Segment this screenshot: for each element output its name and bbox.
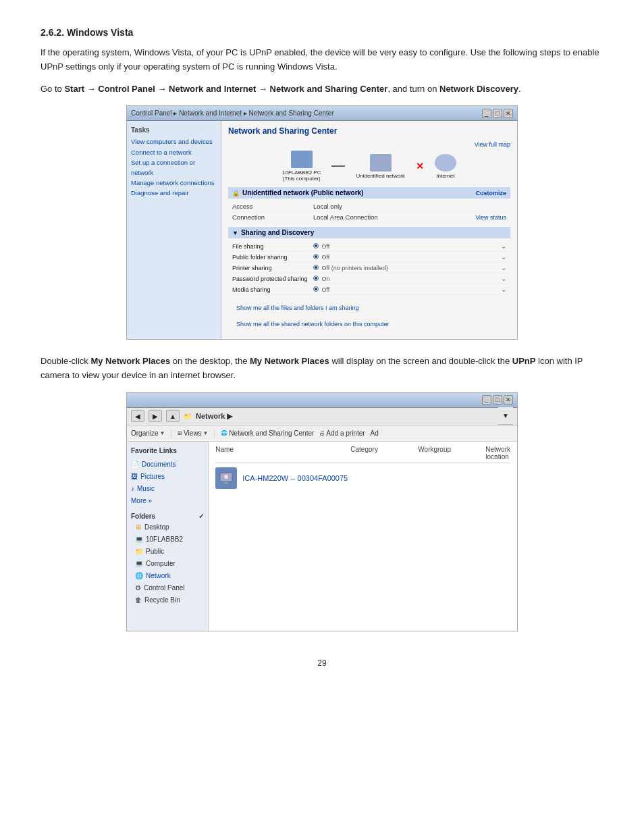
nsc-media-value: Off (313, 286, 501, 293)
net-close-btn[interactable]: ✕ (504, 395, 513, 405)
net-device-icon (215, 467, 237, 489)
svg-rect-2 (224, 482, 228, 484)
nsc-titlebar: Control Panel ▸ Network and Internet ▸ N… (127, 106, 517, 121)
net-path-text: Network ▶ (196, 412, 232, 421)
net-fav-pictures[interactable]: 🖼 Pictures (131, 471, 204, 483)
network-internet-label: Network and Internet (169, 84, 256, 94)
net-10fla-icon: 💻 (135, 533, 143, 546)
nsc-customize-link[interactable]: Customize (475, 190, 506, 197)
nsc-printer-radio (313, 265, 319, 270)
nsc-network-section-header: 🔒 Unidentified network (Public network) … (228, 187, 510, 199)
nsc-close-btn[interactable]: ✕ (504, 109, 513, 118)
nsc-sharing-section-header[interactable]: ▼ Sharing and Discovery (228, 227, 510, 238)
net-organize-btn[interactable]: Organize ▼ (131, 429, 165, 437)
net-folder-recycle-bin[interactable]: 🗑 Recycle Bin (131, 594, 204, 606)
nsc-internet-node: Internet (435, 154, 456, 179)
nsc-file-sharing-label: File sharing (232, 243, 313, 250)
net-col-name[interactable]: Name (215, 446, 350, 461)
nsc-pc-label: 10FLABBB2 PC(This computer) (282, 170, 321, 182)
net-device-name: ICA-HM220W -- 00304FA00075 (242, 474, 348, 482)
nsc-pc-node: 10FLABBB2 PC(This computer) (282, 151, 321, 182)
net-fav-documents[interactable]: 📄 Documents (131, 459, 204, 471)
nsc-file-sharing-value: Off (313, 243, 501, 250)
nsc-file-sharing-radio (313, 243, 319, 249)
net-toolbar: Organize ▼ | ⊞ Views ▼ | 🌐 Network and S… (127, 425, 517, 442)
net-sidebar: Favorite Links 📄 Documents 🖼 Pictures ♪ … (127, 442, 209, 631)
nsc-access-value: Local only (313, 203, 506, 210)
nsc-password-arrow[interactable]: ⌄ (501, 275, 506, 282)
net-minimize-btn[interactable]: _ (482, 395, 491, 405)
nsc-sidebar-link-3[interactable]: Manage network connections (131, 178, 217, 188)
net-folder-10fla[interactable]: 💻 10FLABBB2 (131, 533, 204, 546)
nsc-footer-link2[interactable]: Show me all the shared network folders o… (232, 317, 506, 332)
net-folder-control-panel[interactable]: ⚙ Control Panel (131, 582, 204, 594)
net-computer-icon: 💻 (135, 558, 143, 570)
net-recycle-bin-icon: 🗑 (135, 594, 142, 606)
nsc-access-row: Access Local only (228, 201, 510, 212)
nsc-network-icon (370, 154, 392, 172)
net-fwd-btn[interactable]: ▶ (149, 410, 162, 422)
nsc-tasks-label: Tasks (131, 126, 217, 134)
double-click-paragraph: Double-click My Network Places on the de… (41, 355, 603, 383)
nsc-footer-links: Show me all the files and folders I am s… (228, 299, 510, 334)
net-maximize-btn[interactable]: □ (493, 395, 502, 405)
nsc-maximize-btn[interactable]: □ (493, 109, 502, 118)
nsc-sidebar-link-0[interactable]: View computers and devices (131, 136, 217, 147)
nsc-printer-sharing-value: Off (no printers installed) (313, 265, 501, 271)
nsc-connection-label: Connection (232, 213, 313, 221)
net-col-location[interactable]: Network location (485, 446, 510, 461)
nsc-file-sharing-arrow[interactable]: ⌄ (501, 242, 506, 250)
net-folder-computer[interactable]: 💻 Computer (131, 558, 204, 570)
section-heading: 2.6.2. Windows Vista (41, 27, 603, 38)
nsc-media-row: Media sharing Off ⌄ (228, 284, 510, 295)
net-folder-network[interactable]: 🌐 Network (131, 570, 204, 582)
nsc-window-buttons: _ □ ✕ (482, 109, 513, 118)
net-nav-dropdown[interactable]: ▼ (498, 407, 513, 425)
net-folders-label: Folders ✓ (131, 513, 204, 520)
nsc-screenshot-container: Control Panel ▸ Network and Internet ▸ N… (41, 105, 603, 340)
nsc-section-icon: 🔒 (232, 190, 240, 197)
net-folder-public[interactable]: 📁 Public (131, 546, 204, 558)
nsc-footer-link1[interactable]: Show me all the files and folders I am s… (232, 301, 506, 316)
net-add-printer-btn[interactable]: 🖨 Add a printer (319, 429, 365, 437)
net-titlebar: _ □ ✕ (127, 393, 517, 408)
net-fav-more[interactable]: More » (131, 495, 204, 507)
net-views-btn[interactable]: ⊞ Views ▼ (178, 429, 208, 437)
nav-paragraph: Go to Start → Control Panel → Network an… (41, 82, 603, 97)
nsc-sidebar-link-4[interactable]: Diagnose and repair (131, 188, 217, 198)
net-fav-music[interactable]: ♪ Music (131, 483, 204, 495)
net-up-btn[interactable]: ▲ (166, 410, 180, 422)
net-device-item[interactable]: ICA-HM220W -- 00304FA00075 (215, 467, 510, 489)
net-nsc-btn[interactable]: 🌐 Network and Sharing Center (221, 429, 314, 437)
nsc-network-section-label: Unidentified network (Public network) (242, 189, 363, 197)
net-nsc-icon: 🌐 (221, 430, 227, 436)
nsc-printer-arrow[interactable]: ⌄ (501, 264, 506, 271)
net-ad-btn[interactable]: Ad (371, 429, 379, 437)
nsc-public-folder-row: Public folder sharing Off ⌄ (228, 252, 510, 263)
net-favorite-links-label: Favorite Links (131, 447, 204, 454)
net-window-buttons: _ □ ✕ (482, 395, 513, 405)
nsc-minimize-btn[interactable]: _ (482, 109, 491, 118)
net-col-workgroup[interactable]: Workgroup (418, 446, 485, 461)
nsc-sidebar-link-2[interactable]: Set up a connection or network (131, 157, 217, 178)
net-device-icon-svg (219, 471, 234, 486)
nsc-media-arrow[interactable]: ⌄ (501, 286, 506, 293)
nsc-password-radio (313, 276, 319, 281)
nsc-view-status-link[interactable]: View status (475, 214, 506, 221)
net-organize-arrow: ▼ (160, 430, 165, 436)
net-folder-desktop[interactable]: 🖥 Desktop (131, 521, 204, 533)
net-folders-collapse-icon[interactable]: ✓ (198, 513, 204, 520)
nsc-sidebar-link-1[interactable]: Connect to a network (131, 147, 217, 157)
nsc-public-folder-arrow[interactable]: ⌄ (501, 253, 506, 261)
nsc-view-full-map[interactable]: View full map (228, 141, 510, 148)
net-desktop-icon: 🖥 (135, 521, 142, 533)
nsc-connection-value: Local Area Connection (313, 213, 475, 221)
nsc-printer-sharing-row: Printer sharing Off (no printers install… (228, 263, 510, 273)
my-network-places-label2: My Network Places (250, 356, 329, 366)
net-col-category[interactable]: Category (350, 446, 418, 461)
net-toolbar-sep1: | (171, 429, 173, 437)
net-screenshot-box: _ □ ✕ ◀ ▶ ▲ 📁 Network ▶ ▼ Organize ▼ | ⊞… (126, 392, 518, 631)
nsc-sharing-icon: ▼ (232, 230, 238, 236)
net-back-btn[interactable]: ◀ (131, 410, 144, 422)
net-screenshot-container: _ □ ✕ ◀ ▶ ▲ 📁 Network ▶ ▼ Organize ▼ | ⊞… (41, 392, 603, 631)
